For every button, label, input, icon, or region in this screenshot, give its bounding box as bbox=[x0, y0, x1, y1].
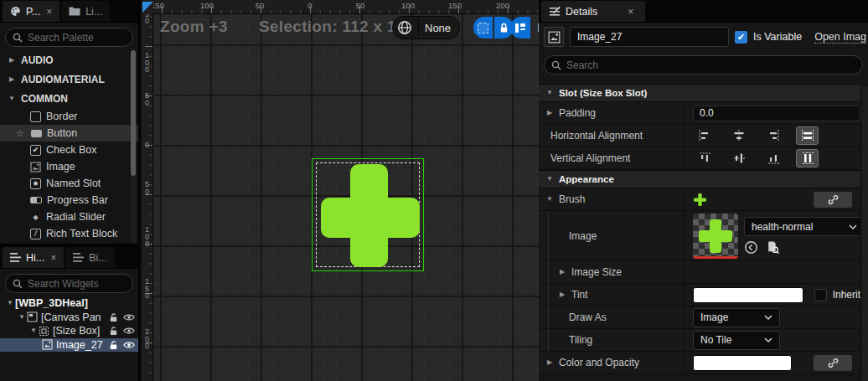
tint-color-swatch[interactable] bbox=[693, 287, 803, 303]
palette-item-radialslider[interactable]: ◆Radial Slider bbox=[0, 209, 138, 225]
tree-row-label: [Size Box] bbox=[53, 325, 100, 337]
details-search bbox=[544, 55, 863, 75]
tab-library[interactable]: Li... bbox=[61, 1, 110, 22]
close-icon[interactable]: × bbox=[46, 7, 52, 17]
chevron-down-icon bbox=[849, 224, 857, 229]
halign-left-button[interactable] bbox=[693, 126, 716, 145]
halign-fill-button[interactable] bbox=[796, 126, 819, 145]
draw-as-dropdown[interactable]: Image bbox=[693, 308, 780, 327]
close-icon[interactable]: × bbox=[50, 253, 56, 263]
palette-item-progressbar[interactable]: Progress Bar bbox=[0, 192, 138, 209]
ruler-label: 100 bbox=[143, 226, 151, 248]
halign-right-button[interactable] bbox=[762, 126, 784, 145]
tab-details[interactable]: Details × bbox=[541, 1, 645, 22]
palette-item-border[interactable]: Border bbox=[0, 108, 138, 125]
ruler-label: 150 bbox=[143, 278, 151, 300]
expanded-arrow-icon: ▼ bbox=[545, 176, 555, 183]
checkbox-icon: ✔ bbox=[30, 145, 41, 156]
tiling-dropdown[interactable]: No Tile bbox=[693, 331, 780, 350]
ruler-label: 50 bbox=[143, 181, 151, 195]
details-search-input[interactable] bbox=[566, 59, 855, 71]
tab-palette[interactable]: P... × bbox=[3, 1, 59, 22]
search-icon bbox=[13, 33, 23, 43]
tree-row-label: Image_27 bbox=[56, 339, 103, 351]
widget-name-input[interactable] bbox=[570, 27, 729, 47]
tree-row-size-box[interactable]: ▼ [Size Box] bbox=[0, 324, 138, 338]
tiling-value: No Tile bbox=[700, 334, 759, 346]
culture-preview-label: None bbox=[425, 22, 451, 34]
color-opacity-swatch[interactable] bbox=[693, 355, 792, 371]
category-label: AUDIOMATERIAL bbox=[21, 74, 105, 85]
close-icon[interactable]: × bbox=[628, 7, 633, 17]
padding-input[interactable] bbox=[693, 106, 860, 121]
border-icon bbox=[30, 111, 41, 122]
property-label: Horizontal Alignment bbox=[550, 130, 643, 142]
expanded-arrow-icon[interactable]: ▼ bbox=[545, 196, 555, 203]
selected-widget-bounds[interactable] bbox=[312, 158, 424, 271]
brush-link-button[interactable] bbox=[814, 192, 852, 208]
folder-icon bbox=[69, 7, 80, 16]
valign-bottom-button[interactable] bbox=[762, 149, 784, 167]
palette-item-namedslot[interactable]: ★Named Slot bbox=[0, 175, 138, 192]
palette-category-audio[interactable]: ▶AUDIO bbox=[0, 50, 138, 70]
palette-category-audiomaterial[interactable]: ▶AUDIOMATERIAL bbox=[0, 70, 138, 89]
valign-top-button[interactable] bbox=[693, 149, 716, 167]
is-variable-checkbox[interactable]: ✔ bbox=[735, 31, 747, 44]
visibility-eye-icon[interactable] bbox=[123, 327, 135, 335]
unlocked-icon[interactable] bbox=[109, 312, 118, 322]
dashed-square-icon bbox=[478, 23, 488, 33]
palette-category-common[interactable]: ▼COMMON bbox=[0, 89, 138, 108]
favorite-star-icon[interactable]: ☆ bbox=[16, 128, 26, 139]
progress-bar-icon bbox=[30, 197, 42, 203]
valign-fill-button[interactable] bbox=[796, 149, 819, 167]
zoom-indicator: Zoom +3 bbox=[160, 18, 228, 36]
collapsed-arrow-icon[interactable]: ▶ bbox=[557, 291, 567, 298]
image-asset-thumbnail[interactable] bbox=[693, 214, 738, 259]
named-slot-icon: ★ bbox=[30, 178, 41, 189]
tab-hierarchy[interactable]: Hi... × bbox=[3, 247, 64, 268]
details-scrollbar[interactable] bbox=[860, 87, 868, 381]
visibility-eye-icon[interactable] bbox=[123, 341, 135, 349]
palette-item-button[interactable]: ☆Button bbox=[0, 125, 138, 142]
image-asset-dropdown[interactable]: health-normal bbox=[744, 217, 865, 236]
tab-bind-widgets[interactable]: Bi... bbox=[65, 247, 115, 268]
property-label: Image Size bbox=[571, 266, 622, 278]
collapsed-arrow-icon[interactable]: ▶ bbox=[545, 110, 555, 116]
visibility-eye-icon[interactable] bbox=[123, 313, 135, 322]
designer-canvas[interactable]: 150 100 50 0 50 100 150 200 150 100 50 0… bbox=[142, 0, 539, 381]
toolbar-r-label[interactable]: R bbox=[530, 21, 539, 34]
button-icon bbox=[31, 130, 42, 137]
unlocked-icon[interactable] bbox=[109, 326, 118, 336]
collapsed-arrow-icon: ▶ bbox=[7, 76, 17, 83]
palette-scrollbar[interactable] bbox=[131, 50, 136, 243]
widget-outlines-button[interactable] bbox=[510, 17, 530, 39]
inherit-checkbox[interactable] bbox=[814, 289, 827, 301]
valign-center-button[interactable] bbox=[727, 149, 750, 167]
use-selected-asset-icon[interactable] bbox=[744, 240, 758, 255]
collapsed-arrow-icon[interactable]: ▶ bbox=[545, 359, 555, 366]
section-appearance[interactable]: ▼Appearance bbox=[539, 170, 860, 188]
palette-item-richtextblock[interactable]: /Rich Text Block bbox=[0, 225, 138, 242]
row-padding: ▶Padding bbox=[539, 102, 860, 125]
hierarchy-search-input[interactable] bbox=[28, 278, 126, 290]
health-cross-horizontal-bar[interactable] bbox=[321, 198, 420, 238]
details-icon bbox=[549, 6, 561, 17]
palette-search-input[interactable] bbox=[28, 32, 126, 44]
color-link-button[interactable] bbox=[814, 355, 852, 371]
row-horizontal-alignment: Horizontal Alignment bbox=[539, 125, 860, 147]
palette-item-checkbox[interactable]: ✔Check Box bbox=[0, 142, 138, 158]
tree-row-canvas-panel[interactable]: ▼ [Canvas Pane bbox=[0, 311, 138, 325]
unlocked-icon[interactable] bbox=[109, 340, 118, 350]
dashed-outline-toggle-button[interactable] bbox=[473, 17, 493, 39]
localization-preview-dropdown[interactable]: None bbox=[392, 16, 460, 39]
tree-row-image27[interactable]: Image_27 bbox=[0, 338, 138, 353]
palette-item-image[interactable]: Image bbox=[0, 158, 138, 175]
rich-text-icon: / bbox=[30, 229, 41, 239]
scrollbar-thumb[interactable] bbox=[131, 50, 136, 176]
browse-to-asset-icon[interactable] bbox=[766, 240, 780, 255]
open-image-link[interactable]: Open Imag bbox=[814, 31, 866, 44]
tree-row-root[interactable]: ▼ [WBP_3DHeal] bbox=[0, 296, 138, 311]
section-slot[interactable]: ▼Slot (Size Box Slot) bbox=[539, 84, 860, 102]
collapsed-arrow-icon[interactable]: ▶ bbox=[557, 269, 567, 275]
halign-center-button[interactable] bbox=[727, 126, 750, 145]
